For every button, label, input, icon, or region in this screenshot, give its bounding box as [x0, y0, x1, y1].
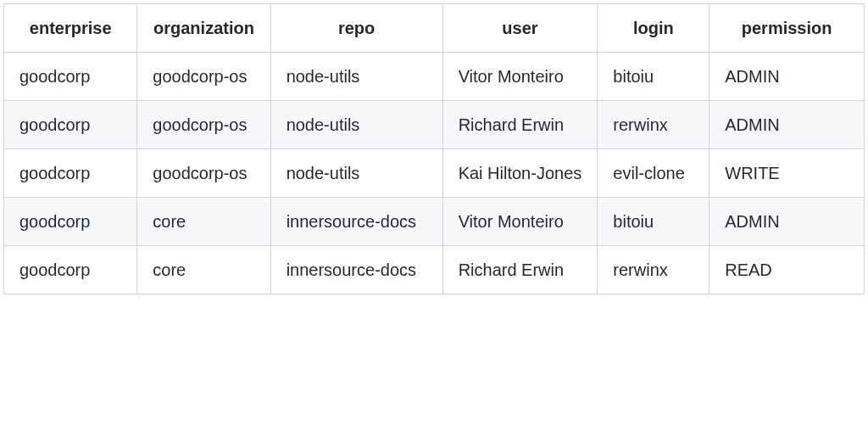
- cell-login: evil-clone: [598, 149, 709, 198]
- cell-repo: innersource-docs: [270, 246, 442, 294]
- cell-organization: goodcorp-os: [137, 149, 270, 198]
- cell-repo: node-utils: [270, 101, 442, 149]
- cell-repo: node-utils: [270, 149, 442, 198]
- cell-repo: innersource-docs: [270, 198, 442, 246]
- cell-user: Richard Erwin: [442, 246, 598, 294]
- table-row: goodcorp goodcorp-os node-utils Vitor Mo…: [4, 53, 865, 101]
- cell-user: Vitor Monteiro: [442, 198, 598, 246]
- cell-enterprise: goodcorp: [4, 198, 137, 246]
- cell-permission: WRITE: [709, 149, 865, 198]
- cell-enterprise: goodcorp: [4, 149, 137, 198]
- table-row: goodcorp core innersource-docs Richard E…: [4, 246, 865, 294]
- table-header-row: enterprise organization repo user login …: [4, 4, 865, 53]
- cell-enterprise: goodcorp: [4, 246, 137, 294]
- cell-organization: goodcorp-os: [137, 53, 270, 101]
- cell-permission: ADMIN: [709, 53, 865, 101]
- cell-login: rerwinx: [598, 101, 709, 149]
- col-enterprise: enterprise: [4, 4, 137, 53]
- cell-user: Richard Erwin: [442, 101, 598, 149]
- cell-permission: READ: [709, 246, 865, 294]
- cell-enterprise: goodcorp: [4, 53, 137, 101]
- cell-login: rerwinx: [598, 246, 709, 294]
- cell-permission: ADMIN: [709, 198, 865, 246]
- cell-login: bitoiu: [598, 53, 709, 101]
- table-row: goodcorp goodcorp-os node-utils Kai Hilt…: [4, 149, 865, 198]
- permissions-table: enterprise organization repo user login …: [3, 3, 865, 294]
- col-login: login: [598, 4, 709, 53]
- table-row: goodcorp goodcorp-os node-utils Richard …: [4, 101, 865, 149]
- cell-organization: core: [137, 198, 270, 246]
- cell-repo: node-utils: [270, 53, 442, 101]
- cell-organization: core: [137, 246, 270, 294]
- col-permission: permission: [709, 4, 865, 53]
- col-repo: repo: [270, 4, 442, 53]
- cell-user: Kai Hilton-Jones: [442, 149, 598, 198]
- cell-enterprise: goodcorp: [4, 101, 137, 149]
- table-row: goodcorp core innersource-docs Vitor Mon…: [4, 198, 865, 246]
- cell-organization: goodcorp-os: [137, 101, 270, 149]
- col-organization: organization: [137, 4, 270, 53]
- cell-user: Vitor Monteiro: [442, 53, 598, 101]
- cell-login: bitoiu: [598, 198, 709, 246]
- col-user: user: [442, 4, 598, 53]
- cell-permission: ADMIN: [709, 101, 865, 149]
